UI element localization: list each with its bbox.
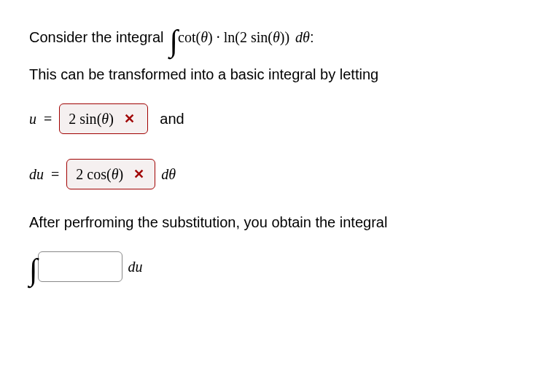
u-input[interactable]: 2 sin(θ) ✕ <box>59 103 148 134</box>
colon: : <box>310 29 314 46</box>
differential-du: du <box>128 259 143 275</box>
u-equation-row: u = 2 sin(θ) ✕ and <box>29 103 512 134</box>
integrand: cot(θ) · ln(2 sin(θ)) <box>178 29 289 46</box>
result-integral-row: ∫ du <box>29 251 512 282</box>
problem-statement: Consider the integral ∫ cot(θ) · ln(2 si… <box>29 29 512 46</box>
transform-text: This can be transformed into a basic int… <box>29 66 512 83</box>
equals: = <box>51 166 59 183</box>
after-text: After perfroming the substitution, you o… <box>29 214 512 231</box>
u-var: u <box>29 111 36 128</box>
differential-dtheta: dθ <box>295 29 310 46</box>
du-equation-row: du = 2 cos(θ) ✕ dθ <box>29 159 512 189</box>
result-input[interactable] <box>38 251 122 282</box>
equals: = <box>44 111 52 128</box>
intro-text: Consider the integral <box>29 29 164 46</box>
wrong-icon: ✕ <box>124 111 135 127</box>
differential-dtheta2: dθ <box>161 166 176 183</box>
wrong-icon: ✕ <box>133 166 144 182</box>
du-input[interactable]: 2 cos(θ) ✕ <box>66 159 155 189</box>
and-text: and <box>160 111 184 128</box>
du-var: du <box>29 166 44 183</box>
